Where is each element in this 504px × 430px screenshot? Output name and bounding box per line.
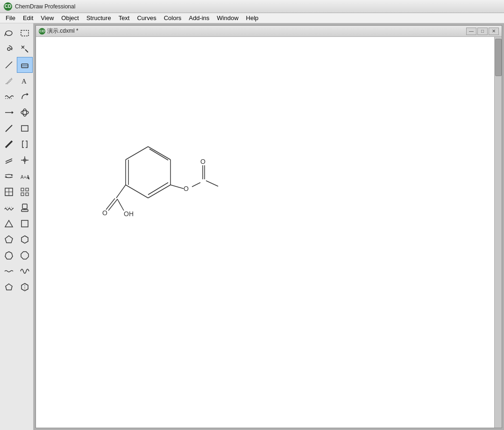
menu-bar: File Edit View Object Structure Text Cur…	[0, 13, 504, 23]
svg-marker-44	[21, 236, 28, 243]
square-tool[interactable]	[17, 216, 33, 232]
curved-arrow-tool[interactable]	[17, 89, 33, 105]
hexa-ring-tool[interactable]	[17, 279, 33, 295]
wavy-line-tool[interactable]	[1, 263, 17, 279]
sine-wave-tool[interactable]	[17, 263, 33, 279]
svg-text:O: O	[184, 185, 189, 192]
svg-line-19	[6, 125, 12, 132]
svg-marker-16	[12, 111, 14, 114]
stamp-tool[interactable]	[17, 200, 33, 216]
svg-line-58	[126, 147, 148, 160]
scrollbar-thumb[interactable]	[495, 39, 502, 76]
triangle-tool[interactable]	[1, 216, 17, 232]
doc-window: CD 演示.cdxml * — □ ✕	[35, 25, 502, 428]
svg-line-50	[148, 147, 170, 160]
svg-line-21	[6, 141, 12, 148]
text-tool[interactable]: A	[17, 73, 33, 89]
arrow-tool[interactable]	[1, 105, 17, 120]
toolbar: A	[0, 23, 34, 430]
table-tool[interactable]	[1, 184, 17, 200]
molecule-structure: O O	[92, 112, 279, 252]
minimize-button[interactable]: —	[466, 28, 476, 35]
svg-marker-28	[5, 176, 7, 178]
octagon-tool[interactable]	[17, 247, 33, 263]
crosshair-tool[interactable]	[17, 152, 33, 168]
svg-line-51	[149, 149, 168, 160]
bracket-tool[interactable]	[17, 136, 33, 152]
rect-select-tool[interactable]	[17, 25, 33, 41]
svg-rect-34	[21, 188, 24, 191]
svg-marker-46	[21, 252, 28, 259]
svg-line-65	[206, 181, 218, 186]
doc-title: 演示.cdxml *	[47, 27, 78, 35]
menu-view[interactable]: View	[37, 14, 57, 22]
wavy-bond-tool[interactable]	[1, 89, 17, 105]
zoom-tool[interactable]	[17, 41, 33, 57]
svg-line-70	[117, 199, 124, 211]
svg-line-10	[7, 78, 12, 84]
svg-rect-2	[21, 30, 28, 36]
grid-tool[interactable]	[17, 184, 33, 200]
svg-text:A: A	[21, 78, 27, 85]
penta-ring-tool[interactable]	[1, 279, 17, 295]
svg-text:OH: OH	[124, 210, 134, 218]
svg-rect-39	[21, 210, 28, 211]
menu-window[interactable]: Window	[213, 14, 242, 22]
svg-rect-38	[22, 204, 27, 209]
menu-help[interactable]: Help	[242, 14, 263, 22]
doc-window-controls: — □ ✕	[466, 28, 499, 35]
drawing-canvas[interactable]: O O	[36, 37, 494, 428]
svg-line-1	[5, 33, 6, 36]
svg-marker-14	[27, 93, 28, 96]
svg-marker-27	[11, 174, 13, 176]
doc-title-bar: CD 演示.cdxml * — □ ✕	[36, 26, 502, 37]
eraser-tool[interactable]	[17, 57, 33, 73]
menu-addins[interactable]: Add-ins	[185, 14, 213, 22]
reaction-arrow-tool[interactable]	[1, 168, 17, 184]
resize-text-tool[interactable]: A+A	[17, 168, 33, 184]
wave-tool[interactable]	[1, 200, 17, 216]
canvas-wrapper: O O	[36, 37, 502, 428]
hexagon-tool[interactable]	[17, 232, 33, 247]
svg-marker-43	[5, 236, 13, 243]
pentagon-tool[interactable]	[1, 232, 17, 247]
rotate-tool[interactable]	[1, 41, 17, 57]
line-tool[interactable]	[1, 120, 17, 136]
app-title: ChemDraw Professional	[15, 3, 75, 10]
svg-rect-36	[21, 193, 24, 196]
svg-point-4	[7, 48, 10, 50]
doc-app-icon: CD	[39, 28, 45, 35]
svg-text:A+A: A+A	[21, 175, 29, 180]
doc-title-left: CD 演示.cdxml *	[39, 27, 78, 35]
dash-bond-tool[interactable]	[1, 73, 17, 89]
maximize-button[interactable]: □	[477, 28, 488, 35]
svg-text:O: O	[200, 158, 206, 165]
menu-curves[interactable]: Curves	[133, 14, 160, 22]
svg-rect-20	[21, 126, 28, 131]
vertical-scrollbar[interactable]	[494, 37, 502, 428]
menu-file[interactable]: File	[2, 14, 19, 22]
menu-structure[interactable]: Structure	[83, 14, 115, 22]
svg-point-0	[6, 31, 12, 35]
orbital-tool[interactable]	[17, 105, 33, 120]
main-layout: A	[0, 23, 504, 430]
menu-colors[interactable]: Colors	[160, 14, 185, 22]
menu-text[interactable]: Text	[115, 14, 134, 22]
svg-text:O: O	[102, 209, 107, 217]
menu-edit[interactable]: Edit	[19, 14, 37, 22]
rect-shape-tool[interactable]	[17, 120, 33, 136]
svg-marker-47	[6, 284, 12, 290]
svg-line-55	[126, 185, 148, 198]
menu-object[interactable]: Object	[57, 14, 83, 22]
doc-area: CD 演示.cdxml * — □ ✕	[34, 23, 504, 430]
svg-marker-45	[5, 252, 13, 259]
lasso-select-tool[interactable]	[1, 25, 17, 41]
svg-line-60	[170, 185, 184, 189]
bond-wedge-tool[interactable]	[1, 152, 17, 168]
bond-single-tool[interactable]	[1, 57, 17, 73]
heptagon-tool[interactable]	[1, 247, 17, 263]
close-button[interactable]: ✕	[489, 28, 499, 35]
svg-marker-41	[5, 220, 13, 227]
app-icon: CD	[4, 2, 12, 11]
bold-line-tool[interactable]	[1, 136, 17, 152]
